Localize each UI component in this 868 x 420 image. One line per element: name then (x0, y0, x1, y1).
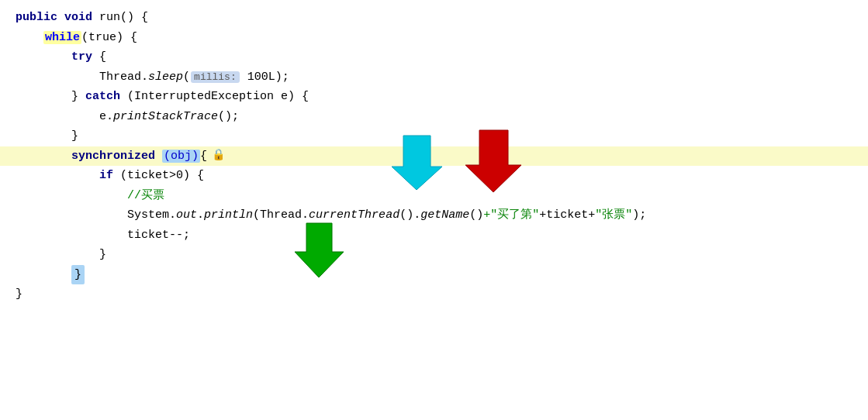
ticket-decrement: ticket--; (127, 225, 190, 246)
param-hint-millis: millis: (191, 71, 240, 83)
synchronized-keyword: synchronized (obj){ (71, 146, 207, 167)
close-try: } (71, 126, 78, 146)
indent-2 (16, 28, 43, 48)
print-stack-trace: e.printStackTrace(); (99, 107, 239, 127)
line-3: try { (0, 47, 868, 67)
if-statement: if (ticket>0) { (99, 166, 204, 186)
line-13: } (0, 245, 868, 265)
line-11: System.out.println(Thread.currentThread(… (0, 205, 868, 225)
line-9: if (ticket>0) { (0, 166, 868, 186)
catch-block: } catch (InterruptedException e) { (71, 87, 309, 107)
indent-2 (16, 265, 71, 285)
line-12: ticket--; (0, 225, 868, 246)
keyword-public: public void run() { (16, 8, 148, 28)
indent-4 (16, 67, 99, 88)
line-10: //买票 (0, 186, 868, 206)
indent-3 (16, 166, 99, 186)
line-8-synchronized: synchronized (obj){🔒 (0, 146, 868, 167)
line-15: } (0, 284, 868, 305)
line-4: Thread.sleep(millis: 100L); (0, 67, 868, 88)
line-2: while(true) { (0, 28, 868, 48)
close-if: } (99, 245, 106, 265)
indent-4 (16, 107, 99, 127)
code-editor: public void run() { while(true) { try { … (0, 0, 868, 312)
keyword-try: try { (71, 47, 106, 67)
indent-3 (16, 245, 99, 265)
indent-3 (16, 47, 71, 67)
line-14: } (0, 265, 868, 285)
line-7: } (0, 126, 868, 146)
comment-buy-ticket: //买票 (127, 186, 164, 206)
indent-3 (16, 126, 71, 146)
println-statement: System.out.println(Thread.currentThread(… (127, 205, 646, 225)
close-while: } (16, 284, 22, 305)
line-6: e.printStackTrace(); (0, 107, 868, 127)
indent-3 (16, 87, 71, 107)
indent-4 (16, 186, 127, 206)
indent-4 (16, 205, 127, 225)
indent-4 (16, 225, 127, 246)
keyword-while: while(true) { (43, 28, 137, 48)
line-1: public void run() { (0, 8, 868, 28)
thread-sleep-call: Thread.sleep(millis: 100L); (99, 67, 289, 88)
obj-highlight: (obj) (162, 150, 200, 163)
close-sync-brace: } (71, 265, 85, 285)
indent-2 (16, 146, 71, 167)
lock-icon: 🔒 (212, 146, 225, 165)
line-5: } catch (InterruptedException e) { (0, 87, 868, 107)
